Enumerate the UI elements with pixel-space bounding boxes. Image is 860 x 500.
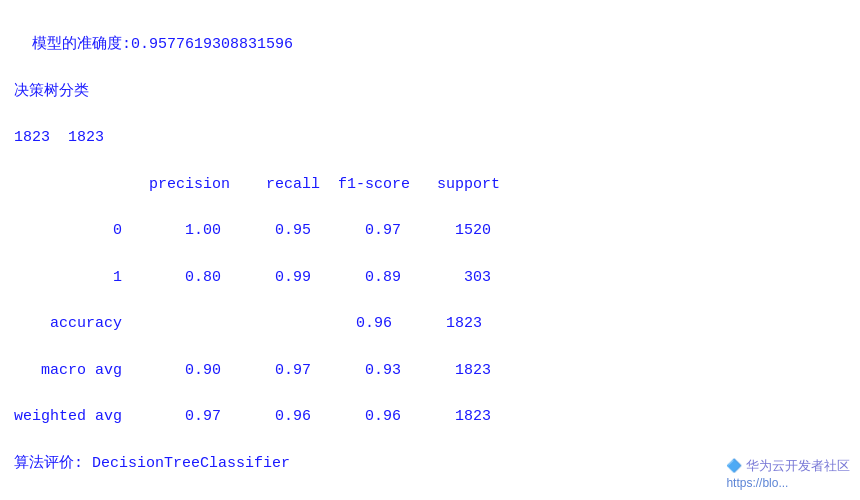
accuracy-line: 模型的准确度:0.9577619308831596 xyxy=(32,36,293,53)
sample-counts: 1823 1823 xyxy=(14,129,104,146)
watermark-label: 华为云开发者社区 xyxy=(746,458,850,473)
output-block: 模型的准确度:0.9577619308831596 决策树分类 1823 182… xyxy=(14,10,846,500)
classifier-label: 决策树分类 xyxy=(14,83,89,100)
table-row-1: 1 0.80 0.99 0.89 303 xyxy=(14,269,491,286)
watermark: 🔷 华为云开发者社区 https://blo... xyxy=(726,457,850,490)
table-weighted-avg: weighted avg 0.97 0.96 0.96 1823 xyxy=(14,408,491,425)
table-accuracy: accuracy 0.96 1823 xyxy=(14,315,482,332)
algo-header: 算法评价: DecisionTreeClassifier xyxy=(14,455,290,472)
watermark-icon: 🔷 xyxy=(726,458,742,473)
table-macro-avg: macro avg 0.90 0.97 0.93 1823 xyxy=(14,362,491,379)
table-header: precision recall f1-score support xyxy=(14,176,500,193)
watermark-link: https://blo... xyxy=(726,476,788,490)
table-row-0: 0 1.00 0.95 0.97 1520 xyxy=(14,222,491,239)
